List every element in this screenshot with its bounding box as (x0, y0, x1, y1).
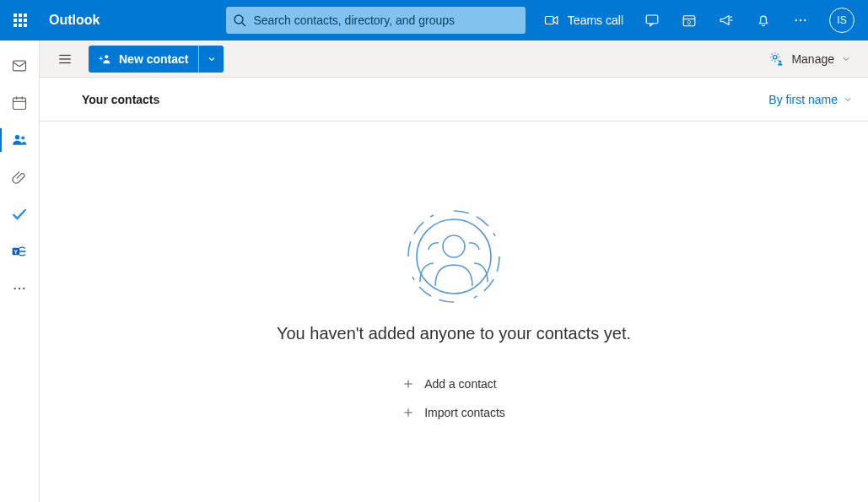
app-header: Outlook Teams call (0, 0, 868, 40)
svg-point-31 (443, 235, 465, 257)
rail-people[interactable] (0, 121, 40, 159)
add-contact-link[interactable]: Add a contact (402, 377, 497, 391)
search-icon (233, 13, 246, 27)
plus-icon (402, 407, 414, 418)
new-contact-split-button: New contact (89, 46, 224, 73)
command-bar: New contact Manag (40, 40, 868, 78)
empty-state-message: You haven't added anyone to your contact… (277, 324, 631, 343)
check-icon (11, 206, 28, 223)
import-contacts-label: Import contacts (424, 406, 505, 419)
yammer-icon: Y (11, 243, 28, 260)
chat-icon (644, 13, 660, 28)
svg-rect-11 (13, 98, 26, 109)
rail-files[interactable] (0, 159, 40, 196)
nav-toggle-button[interactable] (51, 46, 78, 73)
svg-rect-2 (545, 17, 553, 24)
svg-line-1 (242, 23, 245, 26)
search-wrap (108, 7, 528, 34)
search-box[interactable] (226, 7, 526, 34)
contacts-empty-illustration-icon (403, 206, 504, 307)
add-person-icon (99, 52, 112, 66)
svg-point-7 (795, 19, 797, 21)
calendar-icon (11, 94, 28, 111)
rail-calendar[interactable] (0, 84, 40, 121)
svg-point-21 (23, 288, 24, 289)
search-input[interactable] (246, 13, 519, 28)
hamburger-icon (57, 51, 73, 67)
calendar-day-icon: 0 (682, 13, 697, 28)
left-rail: Y (0, 40, 40, 502)
svg-point-9 (804, 19, 806, 21)
manage-label: Manage (791, 52, 834, 66)
add-contact-label: Add a contact (424, 377, 497, 391)
video-icon (544, 13, 559, 28)
teams-call-button[interactable]: Teams call (541, 0, 633, 40)
account-avatar[interactable]: IS (829, 8, 855, 33)
avatar-initials: IS (837, 14, 846, 26)
svg-point-20 (19, 288, 20, 289)
sort-label: By first name (768, 93, 838, 106)
bell-icon (756, 13, 771, 28)
rail-yammer[interactable]: Y (0, 233, 40, 270)
app-brand[interactable]: Outlook (40, 13, 108, 28)
main-column: New contact Manag (40, 40, 868, 502)
more-horizontal-icon (12, 281, 27, 296)
svg-point-19 (14, 288, 16, 289)
rail-todo[interactable] (0, 196, 40, 233)
svg-text:0: 0 (687, 19, 691, 25)
chevron-down-icon (207, 54, 217, 64)
svg-point-30 (417, 219, 491, 294)
rail-mail[interactable] (0, 47, 40, 84)
gear-person-icon (769, 51, 784, 67)
waffle-icon (13, 13, 27, 27)
svg-text:Y: Y (14, 249, 19, 255)
svg-point-25 (105, 55, 108, 58)
new-contact-button[interactable]: New contact (89, 46, 198, 73)
teams-call-label: Teams call (568, 13, 623, 27)
mail-icon (11, 57, 28, 74)
svg-point-8 (800, 19, 801, 21)
svg-point-0 (235, 15, 243, 24)
new-contact-dropdown[interactable] (198, 46, 224, 73)
app-launcher-button[interactable] (0, 0, 40, 40)
more-button[interactable] (782, 0, 819, 40)
svg-rect-10 (13, 61, 26, 71)
import-contacts-link[interactable]: Import contacts (402, 406, 505, 419)
page-title: Your contacts (82, 93, 159, 106)
svg-point-29 (779, 60, 782, 62)
chevron-down-icon (843, 94, 853, 105)
empty-state-actions: Add a contact Import contacts (402, 377, 505, 419)
meet-now-button[interactable]: 0 (671, 0, 708, 40)
shell: Y (0, 40, 868, 502)
more-horizontal-icon (793, 13, 808, 28)
svg-point-28 (774, 55, 778, 59)
content-header: Your contacts By first name (40, 78, 868, 121)
new-contact-label: New contact (119, 52, 188, 66)
plus-icon (402, 378, 414, 390)
svg-point-15 (15, 135, 19, 139)
svg-point-16 (21, 137, 24, 140)
rail-more[interactable] (0, 270, 40, 307)
chevron-down-icon (841, 54, 851, 64)
svg-rect-3 (646, 15, 658, 24)
people-icon (11, 132, 28, 148)
sort-button[interactable]: By first name (768, 93, 853, 106)
empty-state: You haven't added anyone to your contact… (40, 121, 868, 502)
megaphone-icon (719, 13, 734, 28)
attachment-icon (11, 169, 28, 186)
tips-button[interactable] (708, 0, 745, 40)
notifications-button[interactable] (745, 0, 782, 40)
chat-button[interactable] (633, 0, 671, 40)
header-right: Teams call 0 (541, 0, 865, 40)
manage-button[interactable]: Manage (768, 46, 853, 73)
